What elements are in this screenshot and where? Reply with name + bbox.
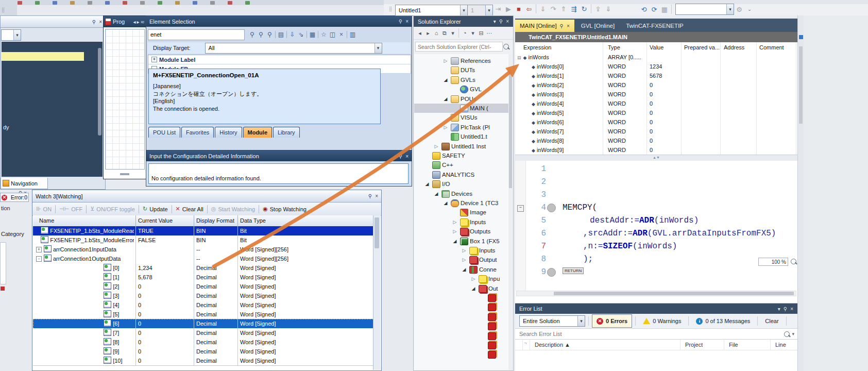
home-icon[interactable]: ⌂ [432,29,440,37]
chevron-open-icon[interactable]: ◢ [462,267,467,272]
watch-on-off-toggle-button[interactable]: ⊻ON/OFF toggle [87,206,139,212]
sidebar-item-out[interactable]: ◢Out [414,284,509,293]
table-row[interactable]: [1]5,678DecimalWord [Signed] [33,273,373,282]
close-icon[interactable]: × [405,154,409,159]
col-description[interactable]: Description ▲ [535,340,570,349]
sidebar-item-outputs[interactable]: ▷Outputs [414,227,509,236]
step-into-icon[interactable]: ⇓ [538,4,548,14]
col-project[interactable]: Project [685,340,703,349]
chevron-open-icon[interactable]: ◢ [471,286,476,291]
pin-icon[interactable]: ⚲ [368,193,372,199]
sidebar-item-output[interactable]: ▷Output [414,255,509,264]
chevron-closed-icon[interactable]: ▷ [471,276,476,281]
table-row[interactable]: ◆ inWords[0]WORD1234 [515,62,797,72]
tab-main-online-[interactable]: MAIN [Online]⚲× [515,20,574,32]
delete-icon[interactable]: × [337,30,346,39]
sidebar-item-visus[interactable]: VISUs [414,113,509,122]
watch-start-watching-button[interactable]: ◎Start Watching [208,206,259,212]
watch-titlebar[interactable]: Watch 3[Watching] ⚲ × [32,190,381,203]
error-list-titlebar[interactable]: Error List ▾ ⚲ × [515,303,797,314]
chevron-closed-icon[interactable]: ▷ [434,144,439,149]
element-selection-titlebar[interactable]: Element Selection ⚲ × [146,16,412,27]
module-tree-item[interactable]: +Module Label [148,55,411,64]
code-editor[interactable]: 123−4MEMCPY(5destAddr:=ADR(inWords)6,src… [515,161,797,291]
sidebar-item-duts[interactable]: DUTs [414,65,509,75]
sidebar-item-devices[interactable]: ◢Devices [414,189,509,198]
table-row[interactable]: ◆ inWords[5]WORD0 [515,108,797,118]
element-search-input[interactable] [148,29,245,40]
split-handle-icon[interactable] [799,35,803,39]
tab-history[interactable]: History [215,127,242,138]
solution-search-input[interactable] [415,42,503,52]
expand-icon[interactable]: + [36,247,42,252]
sidebar-item-leaf[interactable] [414,312,509,322]
chevron-open-icon[interactable]: ◢ [434,191,439,196]
find-icon[interactable]: ⚲ [265,30,274,39]
play-icon[interactable]: ▶ [503,4,514,14]
pin-icon[interactable]: ⚲ [92,19,96,25]
back-icon[interactable]: ◂ [416,29,424,37]
table-row[interactable]: ⊟◆ inWordsARRAY [0..... [515,53,797,62]
window-icon[interactable]: ▦ [659,4,670,14]
table-row[interactable]: ◆ inWords[3]WORD0 [515,90,797,99]
navigation-tab[interactable]: Navigation [1,178,48,189]
gx-dock-dark-view[interactable]: dy [2,42,103,177]
gx-dock-combo[interactable]: ▾ [1,29,21,41]
table-row[interactable]: FX5ENETIP_1.bSts_ModuleReady_DTRUEBINBit [33,226,373,236]
chevron-open-icon[interactable]: ◢ [443,96,448,102]
redo-reload-icon[interactable]: ⟳ [649,4,659,14]
sidebar-item-safety[interactable]: SAFETY [414,151,509,160]
close-icon[interactable]: × [567,23,570,29]
dropdown-icon[interactable]: ▾ [469,29,477,37]
upload-icon[interactable]: ⇪ [593,4,603,14]
chevron-down-icon[interactable]: ▾ [778,306,780,312]
active-config-combo[interactable]: Untitled1 ▾ [395,5,468,16]
col-address[interactable]: Address [724,42,744,52]
chevron-closed-icon[interactable]: ▷ [443,58,448,63]
col-value[interactable]: Value [650,42,663,52]
tab-library[interactable]: Library [273,127,300,138]
sidebar-item-main-[interactable]: MAIN ( [414,104,509,113]
sidebar-item-device-1-tc3[interactable]: ◢Device 1 (TC3 [414,198,509,208]
horizontal-scrollbar[interactable] [516,291,796,296]
table-row[interactable]: FX5ENETIP_1.bSts_ModuleError_DFALSEBINBi… [33,235,373,245]
sidebar-item-c-[interactable]: C++ [414,160,509,170]
tab-gvl-online-[interactable]: GVL [Online] [576,20,619,32]
sidebar-item-gvl[interactable]: GVL [414,85,509,94]
scrollbar[interactable] [373,215,381,370]
table-row[interactable]: [2]0DecimalWord [Signed] [33,282,373,292]
sidebar-item-analytics[interactable]: ANALYTICS [414,170,509,179]
sidebar-item-leaf[interactable] [414,322,509,331]
gx-dock-selected-row[interactable] [2,52,84,61]
col-type[interactable]: Type [608,42,620,52]
sidebar-item-image[interactable]: Image [414,208,509,217]
table-row[interactable]: [0]1,234DecimalWord [Signed] [33,263,373,273]
table-row[interactable]: [9]0DecimalWord [Signed] [33,347,373,357]
col-current-value[interactable]: Current Value [138,215,173,225]
chevron-closed-icon[interactable]: ▷ [462,257,467,262]
sidebar-item-inputs[interactable]: ▷Inputs [414,246,509,255]
chevron-open-icon[interactable]: ◢ [443,200,448,206]
code-line[interactable]: 8); [515,253,797,266]
table-row[interactable]: [7]0DecimalWord [Signed] [33,328,373,338]
sidebar-item-box-1-fx5[interactable]: ◢Box 1 (FX5 [414,237,509,246]
sidebar-item-leaf[interactable] [414,302,509,312]
solution-explorer-titlebar[interactable]: Solution Explorer ▾ ⚲ × [414,16,513,27]
sidebar-item-plctask-pl[interactable]: ▷PlcTask (Pl [414,123,509,132]
stop-icon[interactable]: ■ [514,4,524,14]
table-row[interactable]: ◆ inWords[4]WORD0 [515,99,797,109]
tab-module[interactable]: Module [243,127,273,138]
error-search-input[interactable] [515,330,784,338]
table-row[interactable]: -arrConnection1OutputData--Word [Signed]… [33,254,373,264]
pin-icon[interactable]: ⚲ [560,23,564,29]
code-line[interactable]: 9RETURN [515,266,797,279]
table-row[interactable]: ◆ inWords[1]WORD5678 [515,71,797,81]
tab-pou-list[interactable]: POU List [148,127,180,138]
code-line[interactable]: 7,n:=SIZEOF(inWords) [515,240,797,253]
table-row[interactable]: [10]0DecimalWord [Signed] [33,356,373,366]
table-row[interactable]: [5]0DecimalWord [Signed] [33,310,373,319]
warnings-toggle-button[interactable]: 0 Warnings [639,315,685,327]
close-icon[interactable]: × [405,19,409,24]
table-row[interactable]: ◆ inWords[6]WORD0 [515,117,797,127]
error-filter-combo[interactable]: Entire Solution ▾ [519,315,585,327]
